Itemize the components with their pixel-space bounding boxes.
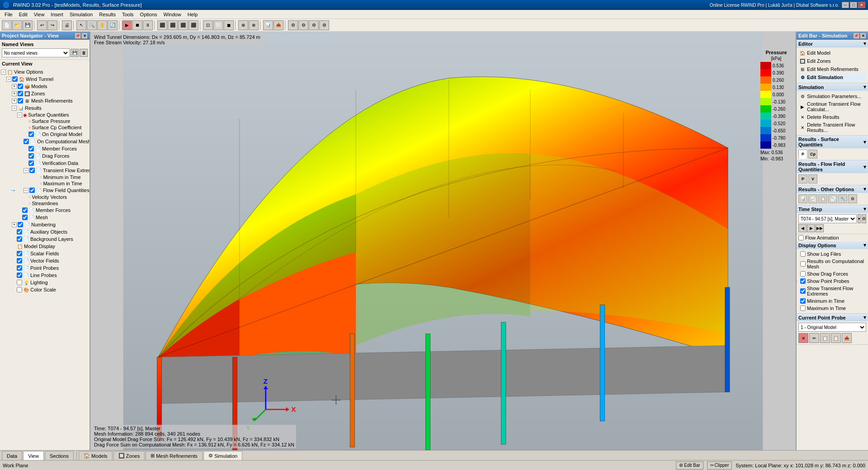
menu-insert[interactable]: Insert — [48, 11, 66, 18]
toolbar-results[interactable]: 📊 — [263, 20, 273, 30]
cb-line-probes[interactable] — [17, 273, 22, 278]
expand-zones[interactable]: + — [12, 91, 17, 96]
toolbar-export[interactable]: 📤 — [274, 20, 283, 30]
expand-numbering[interactable]: + — [12, 222, 17, 227]
menu-file[interactable]: File — [2, 11, 15, 18]
tree-surface-quantities[interactable]: − ◉ Surface Quantities — [0, 112, 90, 118]
show-log-cb[interactable] — [800, 251, 806, 257]
tree-surface-pressure[interactable]: ○ Surface Pressure — [0, 118, 90, 124]
toolbar-sim1[interactable]: ⚙ — [288, 20, 298, 30]
rp-timestep-header[interactable]: Time Step ▾ — [797, 205, 868, 213]
toolbar-open[interactable]: 📂 — [12, 20, 22, 30]
cb-lighting[interactable] — [17, 280, 22, 285]
toolbar-shade[interactable]: ◼ — [224, 20, 234, 30]
rp-pin-button[interactable]: 📌 — [853, 33, 859, 39]
probe-delete-btn[interactable]: ✕ — [798, 333, 808, 343]
tree-color-scale[interactable]: 🎨 Color Scale — [0, 286, 90, 293]
cb-mesh[interactable] — [22, 215, 28, 220]
timestep-last-btn[interactable]: ▶▶ — [816, 224, 824, 232]
cb-color-scale[interactable] — [17, 287, 22, 292]
probe-select[interactable]: 1 - Original Model — [798, 323, 866, 332]
tree-vector-fields[interactable]: 📄 Vector Fields — [0, 257, 90, 264]
toolbar-rotate[interactable]: 🔄 — [108, 20, 118, 30]
delete-transient-item[interactable]: ✕ Delete Transient Flow Results... — [798, 121, 866, 134]
toolbar-view-3d[interactable]: ⬛ — [189, 20, 198, 30]
toolbar-print[interactable]: 🖨 — [62, 20, 72, 30]
tree-surface-cp[interactable]: ○ Surface Cp Coefficient — [0, 124, 90, 131]
cb-zones[interactable] — [18, 91, 23, 96]
toolbar-pan[interactable]: ✋ — [97, 20, 107, 30]
other-icon-2[interactable]: 📈 — [808, 194, 817, 203]
edit-mesh-item[interactable]: ⊞ Edit Mesh Refinements — [798, 65, 866, 73]
show-transient-cb[interactable] — [800, 288, 806, 294]
expand-transient[interactable]: − — [24, 168, 28, 173]
expand-results[interactable]: − — [12, 106, 17, 111]
other-icon-3[interactable]: 📋 — [818, 194, 827, 203]
toolbar-zoom[interactable]: 🔍 — [87, 20, 97, 30]
tree-max-time[interactable]: ○ Maximum in Time — [0, 180, 90, 187]
toolbar-view-top[interactable]: ⬛ — [178, 20, 188, 30]
named-views-delete-btn[interactable]: 🗑 — [80, 49, 88, 57]
menu-results[interactable]: Results — [96, 11, 118, 18]
max-in-time-cb[interactable] — [800, 306, 806, 311]
cb-on-comp-mesh[interactable] — [24, 139, 29, 144]
clipper-button[interactable]: ✂ Clipper — [707, 461, 732, 470]
other-icon-4[interactable]: 📉 — [828, 194, 837, 203]
tab-view[interactable]: View — [23, 451, 44, 460]
tree-on-comp-mesh[interactable]: 📄 On Computational Mesh — [0, 138, 90, 145]
menu-help[interactable]: Help — [185, 11, 201, 18]
toolbar-wire[interactable]: ⊡ — [203, 20, 213, 30]
timestep-expand-btn[interactable]: ▾ — [858, 214, 861, 223]
tree-background-layers[interactable]: 📄 Background Layers — [0, 235, 90, 243]
cb-on-original[interactable] — [28, 132, 34, 137]
show-point-probes-cb[interactable] — [800, 278, 806, 284]
min-in-time-cb[interactable] — [800, 298, 806, 304]
rp-results-sq-header[interactable]: Results - Surface Quantities ▾ — [797, 136, 868, 148]
other-icon-5[interactable]: 🔧 — [838, 194, 847, 203]
cb-transient[interactable] — [29, 168, 35, 173]
results-comp-mesh-cb[interactable] — [800, 261, 806, 267]
cb-scalar[interactable] — [17, 251, 22, 256]
cb-flow-field[interactable] — [29, 188, 35, 193]
panel-close-button[interactable]: ✕ — [81, 33, 88, 39]
other-icon-1[interactable]: 📊 — [798, 194, 807, 203]
cb-member-forces-2[interactable] — [22, 207, 28, 213]
probe-add-btn[interactable]: 📋 — [831, 333, 841, 343]
timestep-next-btn[interactable]: ▶ — [807, 224, 815, 232]
tree-scalar-fields[interactable]: 📄 Scalar Fields — [0, 250, 90, 257]
tree-mesh[interactable]: 📄 Mesh — [0, 214, 90, 221]
toolbar-undo[interactable]: ↩ — [37, 20, 47, 30]
tab-data[interactable]: Data — [2, 451, 22, 460]
tree-numbering[interactable]: + 📄 Numbering — [0, 221, 90, 228]
expand-models[interactable]: + — [12, 84, 17, 89]
timestep-select[interactable]: T074 - 94.57 [s], Master — [798, 214, 857, 223]
cb-point-probes[interactable] — [17, 265, 22, 271]
toolbar-redo[interactable]: ↪ — [47, 20, 57, 30]
tree-zones[interactable]: + 🔲 Zones — [0, 90, 90, 97]
edit-simulation-item[interactable]: ⚙ Edit Simulation — [798, 73, 866, 81]
expand-flow-field[interactable]: − — [24, 188, 28, 193]
named-views-save-btn[interactable]: 💾 — [71, 49, 79, 57]
viewport[interactable]: Wind Tunnel Dimensions: Dx = 293.605 m, … — [90, 32, 796, 450]
tree-auxiliary[interactable]: 📄 Auxiliary Objects — [0, 228, 90, 235]
tree-line-probes[interactable]: 📄 Line Probes — [0, 272, 90, 279]
tree-results[interactable]: − 📊 Results — [0, 104, 90, 112]
sim-params-item[interactable]: ⚙ Simulation Parameters... — [798, 92, 866, 100]
named-views-select[interactable]: No named views — [2, 48, 70, 57]
cb-mesh-ref[interactable] — [18, 98, 23, 103]
rp-display-header[interactable]: Display Options ▾ — [797, 241, 868, 249]
menu-edit[interactable]: Edit — [16, 11, 30, 18]
toolbar-stop[interactable]: ⏹ — [132, 20, 142, 30]
toolbar-fit-sel[interactable]: ⊕ — [249, 20, 259, 30]
expand-mesh-ref[interactable]: + — [12, 99, 17, 103]
tree-member-forces-2[interactable]: 📄 Member Forces — [0, 207, 90, 214]
probe-edit-btn[interactable]: ✏ — [809, 333, 819, 343]
toolbar-new[interactable]: 📄 — [2, 20, 12, 30]
toolbar-solid[interactable]: ⬜ — [213, 20, 223, 30]
cb-vector[interactable] — [17, 258, 22, 263]
rp-other-header[interactable]: Results - Other Options ▾ — [797, 185, 868, 193]
toolbar-run[interactable]: ▶ — [122, 20, 132, 30]
timestep-prev-btn[interactable]: ◀ — [798, 224, 807, 232]
tree-drag-forces[interactable]: 📄 Drag Forces — [0, 152, 90, 160]
cb-drag-forces[interactable] — [28, 153, 34, 159]
